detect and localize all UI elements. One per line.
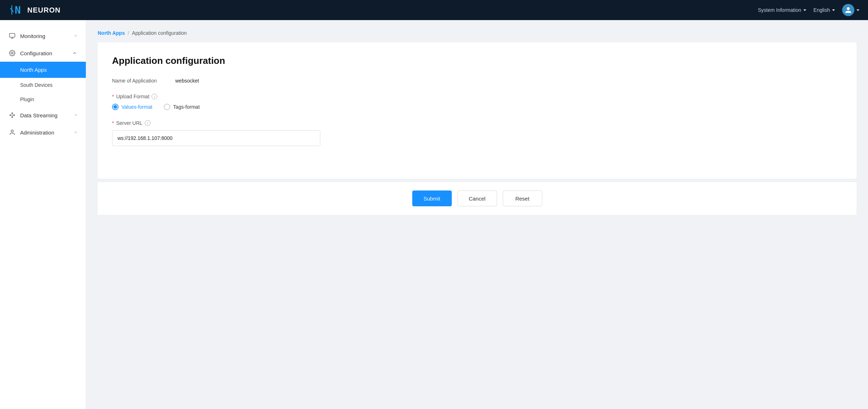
svg-point-3 [10,115,11,116]
upload-format-label: Upload Format [116,94,149,99]
action-bar: Submit Cancel Reset [98,182,857,215]
radio-values-format-outer [112,104,119,110]
upload-format-info-icon[interactable]: i [152,94,157,99]
language-label: English [813,7,830,13]
radio-tags-format-outer [164,104,170,110]
sidebar-item-plugin-label: Plugin [20,97,34,102]
svg-point-6 [12,117,13,118]
server-url-label: Server URL [116,120,142,126]
name-value: websocket [175,78,199,84]
sidebar-item-monitoring[interactable]: Monitoring [0,27,86,44]
neuron-logo-icon: ᚾN [9,4,24,17]
language-menu[interactable]: English [813,7,835,13]
breadcrumb: North Apps / Application configuration [98,30,857,36]
layout: Monitoring Configuration North Apps Sout… [0,0,868,409]
radio-values-format-inner [113,105,117,109]
administration-chevron-icon [74,132,77,133]
navbar-right: System Information English [758,4,859,16]
sidebar-item-administration-label: Administration [20,130,70,136]
sidebar-item-data-streaming[interactable]: Data Streaming [0,107,86,124]
data-streaming-icon [9,112,16,119]
sidebar-item-configuration[interactable]: Configuration [0,44,86,62]
monitoring-chevron-icon [74,35,77,37]
sidebar-item-administration[interactable]: Administration [0,124,86,141]
form-card: Application configuration Name of Applic… [98,42,857,179]
administration-icon [9,129,16,136]
name-of-application-row: Name of Application websocket [112,78,842,84]
system-info-chevron-icon [803,9,806,11]
reset-button[interactable]: Reset [503,191,542,206]
sidebar-item-configuration-label: Configuration [20,50,68,56]
navbar-left: ᚾN NEURON [9,4,61,17]
server-url-group: * Server URL i [112,120,842,146]
radio-tags-format[interactable]: Tags-format [164,104,200,110]
navbar: ᚾN NEURON System Information English [0,0,868,20]
sidebar-item-north-apps-label: North Apps [9,67,77,73]
form-title: Application configuration [112,55,842,66]
radio-values-format[interactable]: Values-format [112,104,152,110]
sidebar-item-data-streaming-label: Data Streaming [20,112,70,118]
name-label: Name of Application [112,78,170,84]
system-info-menu[interactable]: System Information [758,7,806,13]
sidebar-item-north-apps[interactable]: North Apps [0,62,86,78]
server-url-input[interactable] [112,130,320,146]
upload-format-group: * Upload Format i Values-format [112,94,842,110]
sidebar-item-plugin[interactable]: Plugin [0,92,86,107]
upload-format-required-star: * [112,94,114,99]
svg-text:ᚾN: ᚾN [9,4,21,16]
radio-tags-format-label: Tags-format [173,104,200,110]
svg-point-4 [12,113,13,114]
server-url-info-icon[interactable]: i [145,120,150,126]
navbar-brand: NEURON [27,6,61,14]
breadcrumb-current: Application configuration [132,30,187,36]
config-icon [9,50,16,57]
svg-rect-1 [10,33,15,37]
svg-point-5 [14,115,15,116]
sidebar: Monitoring Configuration North Apps Sout… [0,20,86,409]
user-menu[interactable] [842,4,859,16]
configuration-chevron-icon [72,51,77,56]
breadcrumb-parent[interactable]: North Apps [98,30,125,36]
server-url-required-star: * [112,120,114,126]
monitor-icon [9,32,16,39]
cancel-button[interactable]: Cancel [458,191,497,206]
submit-button[interactable]: Submit [412,191,452,206]
server-url-label-row: * Server URL i [112,120,842,126]
breadcrumb-separator: / [128,30,129,36]
upload-format-radio-group: Values-format Tags-format [112,104,842,110]
data-streaming-chevron-icon [74,114,77,116]
main-content: North Apps / Application configuration A… [86,20,868,409]
system-info-label: System Information [758,7,801,13]
radio-values-format-label: Values-format [121,104,152,110]
sidebar-item-south-devices-label: South Devices [20,82,52,88]
user-chevron-icon [857,9,859,11]
sidebar-item-south-devices[interactable]: South Devices [0,78,86,92]
svg-point-2 [11,52,13,54]
language-chevron-icon [832,9,835,11]
svg-point-11 [11,130,13,132]
upload-format-label-row: * Upload Format i [112,94,842,99]
avatar [842,4,854,16]
sidebar-item-monitoring-label: Monitoring [20,33,70,39]
